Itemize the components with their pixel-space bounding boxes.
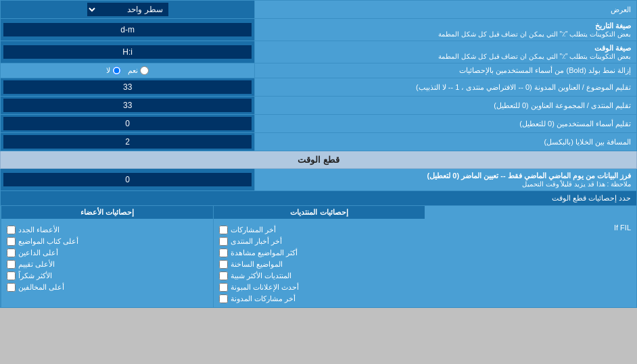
stats-col-forums: إحصائيات المنتديات أخر المشاركات أخر أخب… [213,206,425,307]
stat-latest-announcements-cb[interactable] [219,283,228,292]
col-space-row: المسافة بين الخلايا (بالبكسل) [1,133,637,151]
stats-forums-header: إحصائيات المنتديات [214,206,425,219]
stat-top-rated[interactable]: الأعلى تقييم [7,259,208,270]
radio-no-label[interactable]: لا [106,66,121,75]
user-trim-input[interactable] [3,117,252,130]
stat-forum-news[interactable]: أخر أخبار المنتدى [219,236,420,247]
subject-trim-text: تقليم الموضوع / العناوين المدونة (0 -- ا… [416,83,631,91]
stat-blog-posts-cb[interactable] [219,294,228,303]
stat-most-viewed[interactable]: أكثر المواضيع مشاهدة [219,247,420,259]
time-section-title: قطع الوقت [1,151,637,169]
bold-remove-row: إزالة نمط بولد (Bold) من أسماء المستخدمي… [1,63,637,78]
subject-trim-input[interactable] [3,80,252,94]
stat-top-violators-cb[interactable] [7,283,16,292]
stats-header-row: حدد إحصائيات قطع الوقت [1,191,637,206]
display-text: العرض [611,5,631,14]
forum-trim-row: تقليم المنتدى / المجموعة العناوين (0 للت… [1,97,637,115]
stat-latest-announcements[interactable]: أحدث الإعلانات المبونة [219,282,420,293]
user-trim-text: تقليم أسماء المستخدمين (0 للتعطيل) [519,120,631,128]
subject-trim-label: تقليم الموضوع / العناوين المدونة (0 -- ا… [255,78,637,97]
date-format-row: صيغة التاريخ بعض التكوينات يتطلب "٪" الت… [1,19,637,41]
radio-yes-label[interactable]: نعم [128,66,149,75]
col-space-text: المسافة بين الخلايا (بالبكسل) [544,138,632,146]
bold-remove-label: إزالة نمط بولد (Bold) من أسماء المستخدمي… [255,63,637,78]
date-format-input-cell [1,19,255,41]
stat-top-rated-cb[interactable] [7,260,16,269]
display-mode-row: العرض سطر واحد سطرين ثلاثة أسطر [1,1,637,19]
stat-top-inviters[interactable]: أعلى الداعين [7,247,208,259]
date-format-label: صيغة التاريخ بعض التكوينات يتطلب "٪" الت… [255,19,637,41]
time-format-title: صيغة الوقت [260,44,631,53]
stat-last-posts[interactable]: أخر المشاركات [219,224,420,236]
date-format-input[interactable] [3,23,252,36]
stat-blog-posts[interactable]: أخر مشاركات المدونة [219,293,420,305]
col-space-input-cell [1,133,255,151]
forum-trim-label: تقليم المنتدى / المجموعة العناوين (0 للت… [255,97,637,115]
date-format-sub: بعض التكوينات يتطلب "٪" التي يمكن ان تضا… [260,30,631,38]
stat-top-violators[interactable]: أعلى المخالفين [7,282,208,293]
forum-trim-input[interactable] [3,99,252,112]
stats-col-members: إحصائيات الأعضاء الأعضاء الجدد أعلى كتاب… [1,206,213,307]
time-format-input[interactable] [3,45,252,59]
stat-hot-topics-cb[interactable] [219,260,228,269]
stat-most-viewed-cb[interactable] [219,249,228,257]
stat-most-thanks-cb[interactable] [7,271,16,280]
forum-trim-text: تقليم المنتدى / المجموعة العناوين (0 للت… [494,101,631,109]
stats-header-label: حدد إحصائيات قطع الوقت [1,191,637,206]
forum-trim-input-cell [1,97,255,115]
stat-top-writers-cb[interactable] [7,237,16,246]
time-cut-input[interactable] [3,173,252,186]
subject-trim-row: تقليم الموضوع / العناوين المدونة (0 -- ا… [1,78,637,97]
time-format-input-cell [1,41,255,63]
date-format-title: صيغة التاريخ [260,22,631,30]
stat-new-members[interactable]: الأعضاء الجدد [7,224,208,236]
bottom-note: If FIL [425,221,636,234]
display-select[interactable]: سطر واحد سطرين ثلاثة أسطر [87,3,168,16]
time-section-header-row: قطع الوقت [1,151,637,169]
stats-members-header: إحصائيات الأعضاء [1,206,213,219]
time-cut-label: فرز البيانات من يوم الماضي الماضي فقط --… [255,169,637,191]
stat-similar-forums-cb[interactable] [219,271,228,280]
radio-yes[interactable] [140,66,149,75]
stat-top-writers[interactable]: أعلى كتاب المواضيع [7,236,208,247]
time-format-sub: بعض التكوينات يتطلب "٪" التي يمكن ان تضا… [260,53,631,60]
time-cut-main: فرز البيانات من يوم الماضي الماضي فقط --… [260,172,631,180]
stat-most-thanks[interactable]: الأكثر شكراً [7,270,208,282]
time-format-label: صيغة الوقت بعض التكوينات يتطلب "٪" التي … [255,41,637,63]
time-cut-input-cell [1,169,255,191]
time-cut-row: فرز البيانات من يوم الماضي الماضي فقط --… [1,169,637,191]
stat-forum-news-cb[interactable] [219,237,228,246]
stat-top-inviters-cb[interactable] [7,249,16,257]
display-label: العرض [255,1,637,19]
subject-trim-input-cell [1,78,255,97]
bold-remove-input-cell: نعم لا [1,63,255,78]
time-cut-sub: ملاحظة : هذا قد يزيد قليلاً وقت التحميل [260,180,631,188]
stat-similar-forums[interactable]: المنتديات الأكثر شبية [219,270,420,282]
stat-new-members-cb[interactable] [7,226,16,234]
col-space-label: المسافة بين الخلايا (بالبكسل) [255,133,637,151]
user-trim-label: تقليم أسماء المستخدمين (0 للتعطيل) [255,115,637,133]
stat-hot-topics[interactable]: المواضيع الساخنة [219,259,420,270]
user-trim-row: تقليم أسماء المستخدمين (0 للتعطيل) [1,115,637,133]
stat-last-posts-cb[interactable] [219,226,228,234]
stats-grid-row: إحصائيات الأعضاء الأعضاء الجدد أعلى كتاب… [1,206,637,308]
bold-remove-text: إزالة نمط بولد (Bold) من أسماء المستخدمي… [459,66,631,74]
col-space-input[interactable] [3,135,252,149]
time-format-row: صيغة الوقت بعض التكوينات يتطلب "٪" التي … [1,41,637,63]
display-input-cell: سطر واحد سطرين ثلاثة أسطر [1,1,255,19]
stats-col-empty: If FIL [425,206,636,307]
user-trim-input-cell [1,115,255,133]
radio-no[interactable] [112,66,121,75]
